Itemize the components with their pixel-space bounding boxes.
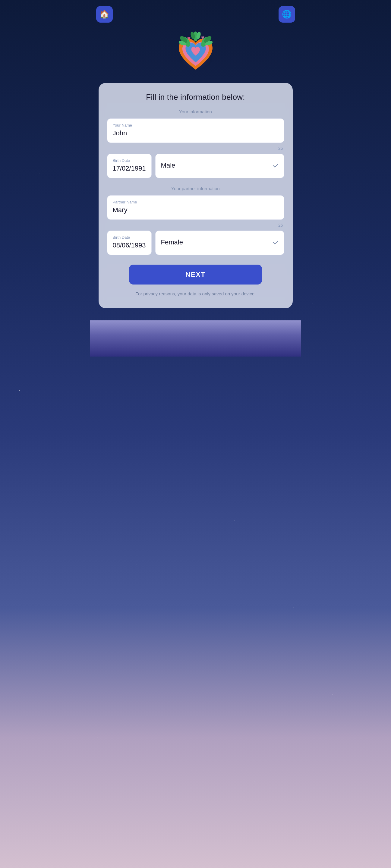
home-icon: 🏠 [99, 10, 109, 19]
logo-area [172, 29, 220, 77]
partner-name-label: Partner Name [113, 200, 278, 204]
your-gender-select[interactable]: Male [155, 154, 284, 178]
partner-birth-date-value: 08/06/1993 [113, 241, 146, 249]
page-wrapper: 🏠 🌐 [90, 0, 301, 356]
next-button[interactable]: NEXT [129, 265, 262, 284]
your-name-label: Your Name [113, 123, 278, 127]
your-birth-date-value: 17/02/1991 [113, 164, 146, 172]
main-card: Fill in the information below: Your info… [98, 83, 293, 308]
gender-chevron-icon [273, 162, 278, 167]
partner-info-section-label: Your partner information [107, 186, 284, 191]
partner-name-value: Mary [113, 206, 127, 214]
your-gender-value: Male [161, 161, 176, 169]
translate-button[interactable]: 🌐 [278, 6, 295, 23]
partner-name-field[interactable]: Partner Name Mary [107, 195, 284, 220]
your-name-value: John [113, 129, 127, 137]
your-birth-date-field[interactable]: Birth Date 17/02/1991 [107, 154, 152, 178]
home-button[interactable]: 🏠 [96, 6, 113, 23]
your-birth-date-label: Birth Date [113, 158, 146, 163]
partner-birth-date-field[interactable]: Birth Date 08/06/1993 [107, 230, 152, 255]
partner-gender-value: Female [161, 239, 183, 246]
heart-logo [172, 29, 220, 77]
partner-birth-gender-row: Birth Date 08/06/1993 Female [107, 230, 284, 255]
your-name-field[interactable]: Your Name John [107, 119, 284, 143]
partner-gender-chevron-icon [273, 239, 278, 244]
your-name-char-count: 26 [107, 146, 284, 151]
landscape-bg [90, 320, 301, 356]
top-nav: 🏠 🌐 [90, 0, 301, 26]
card-title: Fill in the information below: [146, 93, 245, 102]
partner-birth-date-label: Birth Date [113, 235, 146, 240]
your-birth-gender-row: Birth Date 17/02/1991 Male [107, 154, 284, 178]
your-info-section-label: Your information [107, 109, 284, 114]
partner-gender-select[interactable]: Female [155, 230, 284, 255]
bottom-landscape [90, 320, 301, 356]
translate-icon: 🌐 [282, 10, 292, 19]
privacy-text: For privacy reasons, your data is only s… [132, 290, 259, 298]
partner-name-char-count: 26 [107, 223, 284, 227]
